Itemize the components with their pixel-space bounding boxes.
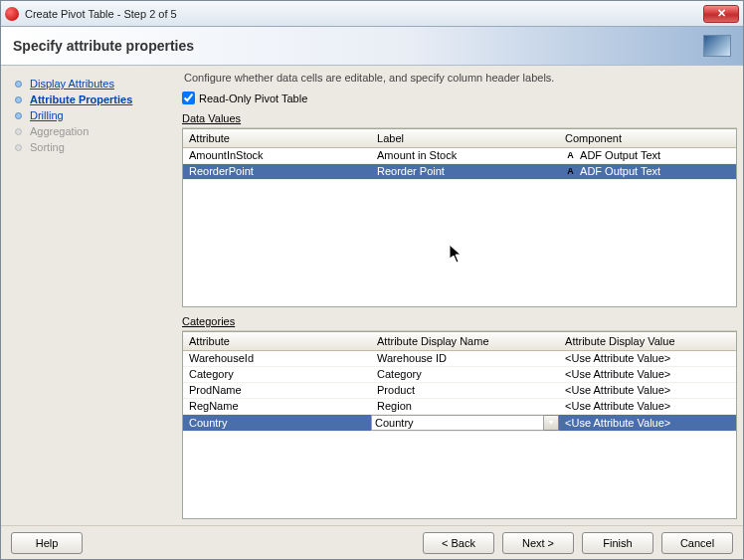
wizard-nav: Display Attributes Attribute Properties … [7, 72, 176, 519]
nav-label: Aggregation [30, 125, 89, 137]
cell-display-name[interactable]: Product [371, 382, 559, 398]
categories-table[interactable]: Attribute Attribute Display Name Attribu… [183, 332, 736, 432]
col-display-name[interactable]: Attribute Display Name [371, 332, 559, 350]
data-values-label: Data Values [182, 110, 737, 128]
table-row[interactable]: AmountInStockAmount in StockAADF Output … [183, 147, 736, 163]
cell-label[interactable]: Reorder Point [371, 163, 559, 179]
nav-label: Attribute Properties [30, 93, 132, 105]
page-title: Specify attribute properties [13, 38, 194, 54]
data-values-pane: Attribute Label Component AmountInStockA… [182, 128, 737, 307]
text-a-icon: A [565, 150, 576, 161]
close-icon: ✕ [717, 8, 726, 19]
readonly-checkbox[interactable] [182, 92, 195, 104]
nav-bullet-icon [15, 96, 22, 103]
nav-bullet-icon [15, 144, 22, 151]
nav-item-display-attributes[interactable]: Display Attributes [9, 76, 174, 92]
titlebar: Create Pivot Table - Step 2 of 5 ✕ [1, 1, 743, 27]
close-button[interactable]: ✕ [703, 5, 739, 23]
component-label: ADF Output Text [580, 165, 660, 177]
readonly-row: Read-Only Pivot Table [182, 90, 737, 110]
table-header-row: Attribute Label Component [183, 129, 736, 147]
text-a-icon: A [565, 166, 576, 177]
cell-display-value[interactable]: <Use Attribute Value> [559, 350, 736, 366]
component-label: ADF Output Text [580, 149, 660, 161]
table-row[interactable]: WarehouseIdWarehouse ID<Use Attribute Va… [183, 350, 736, 366]
help-button[interactable]: Help [11, 532, 83, 554]
instruction-text: Configure whether data cells are editabl… [182, 72, 737, 90]
app-icon [5, 7, 19, 21]
nav-label: Display Attributes [30, 78, 114, 90]
cell-attribute[interactable]: ProdName [183, 382, 371, 398]
header-ornament-icon [703, 35, 731, 57]
nav-bullet-icon [15, 81, 22, 88]
categories-label: Categories [182, 313, 737, 331]
table-row[interactable]: CountryCountry▼<Use Attribute Value> [183, 414, 736, 431]
cell-display-value[interactable]: <Use Attribute Value> [559, 382, 736, 398]
finish-button[interactable]: Finish [582, 532, 653, 554]
table-row[interactable]: RegNameRegion<Use Attribute Value> [183, 398, 736, 414]
table-row[interactable]: ProdNameProduct<Use Attribute Value> [183, 382, 736, 398]
col-attribute[interactable]: Attribute [183, 332, 371, 350]
nav-label: Drilling [30, 109, 64, 121]
data-values-table[interactable]: Attribute Label Component AmountInStockA… [183, 129, 736, 180]
cell-component[interactable]: AADF Output Text [559, 163, 736, 179]
col-component[interactable]: Component [559, 129, 736, 147]
table-header-row: Attribute Attribute Display Name Attribu… [183, 332, 736, 350]
nav-bullet-icon [15, 128, 22, 135]
cell-display-name[interactable]: Country▼ [371, 414, 559, 431]
window-title: Create Pivot Table - Step 2 of 5 [25, 8, 703, 20]
next-button[interactable]: Next > [502, 532, 574, 554]
col-attribute[interactable]: Attribute [183, 129, 371, 147]
back-button[interactable]: < Back [423, 532, 494, 554]
cell-attribute[interactable]: WarehouseId [183, 350, 371, 366]
cell-display-name[interactable]: Category [371, 366, 559, 382]
content-pane: Configure whether data cells are editabl… [182, 72, 737, 519]
display-name-input[interactable]: Country [371, 415, 544, 431]
cell-display-name[interactable]: Warehouse ID [371, 350, 559, 366]
cell-attribute[interactable]: ReorderPoint [183, 163, 371, 179]
col-display-value[interactable]: Attribute Display Value [559, 332, 736, 350]
table-row[interactable]: ReorderPointReorder PointAADF Output Tex… [183, 163, 736, 179]
cell-component[interactable]: AADF Output Text [559, 147, 736, 163]
cell-display-value[interactable]: <Use Attribute Value> [559, 366, 736, 382]
readonly-label: Read-Only Pivot Table [199, 93, 307, 104]
dropdown-icon[interactable]: ▼ [544, 415, 559, 431]
cell-attribute[interactable]: RegName [183, 398, 371, 414]
cell-display-value[interactable]: <Use Attribute Value> [559, 398, 736, 414]
nav-item-sorting: Sorting [9, 139, 174, 155]
cell-label[interactable]: Amount in Stock [371, 147, 559, 163]
table-row[interactable]: CategoryCategory<Use Attribute Value> [183, 366, 736, 382]
wizard-footer: Help < Back Next > Finish Cancel [1, 525, 743, 559]
main-area: Display Attributes Attribute Properties … [1, 66, 743, 525]
cell-display-value[interactable]: <Use Attribute Value> [559, 414, 736, 431]
nav-label: Sorting [30, 141, 65, 153]
cell-attribute[interactable]: Category [183, 366, 371, 382]
nav-item-aggregation: Aggregation [9, 123, 174, 139]
cancel-button[interactable]: Cancel [661, 532, 733, 554]
nav-item-drilling[interactable]: Drilling [9, 107, 174, 123]
nav-bullet-icon [15, 112, 22, 119]
col-label[interactable]: Label [371, 129, 559, 147]
cell-attribute[interactable]: Country [183, 414, 371, 431]
cell-attribute[interactable]: AmountInStock [183, 147, 371, 163]
categories-pane: Attribute Attribute Display Name Attribu… [182, 331, 737, 519]
nav-item-attribute-properties[interactable]: Attribute Properties [9, 92, 174, 107]
cell-display-name[interactable]: Region [371, 398, 559, 414]
wizard-header: Specify attribute properties [1, 27, 743, 66]
